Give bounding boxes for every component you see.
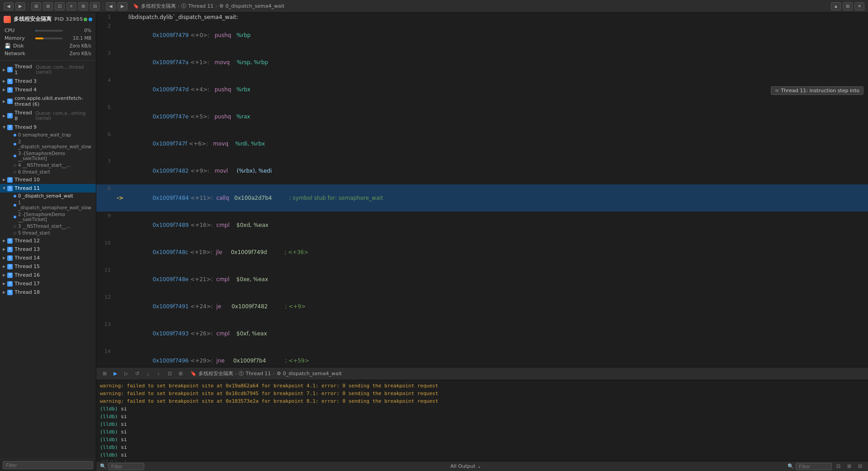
disk-icon: 💾	[5, 43, 11, 49]
operand: 0x1009f749d	[222, 249, 267, 255]
console-bc-icon: 🔖	[190, 371, 197, 377]
toolbar-btn-4[interactable]: ≡	[66, 2, 76, 10]
toolbar-btn-nav-fwd[interactable]: ▶	[118, 2, 127, 10]
mnemonic: pushq	[211, 86, 231, 93]
tooltip-text: Thread 11: instruction step into	[781, 88, 859, 94]
addr: 0x1009f747f	[146, 141, 187, 147]
breadcrumb-icon: 🔖	[133, 3, 139, 9]
thread-13-header[interactable]: ▶ T Thread 13	[0, 245, 96, 254]
console-btn-3[interactable]: ▷	[122, 370, 131, 378]
code-line-10[interactable]: 10 0x1009f748c <+19>: jle 0x1009f749d ; …	[96, 239, 868, 266]
console-warning-2: warning: failed to set breakpoint site a…	[100, 390, 864, 397]
code-line-7[interactable]: 7 0x1009f7482 <+9>: movl (%rbx), %edi	[96, 157, 868, 184]
line-num-11: 11	[96, 266, 114, 293]
console-icon-btn-1[interactable]: ⊡	[834, 462, 843, 471]
thread-10-header[interactable]: ▶ T Thread 10	[0, 175, 96, 184]
thread-11-frame-5[interactable]: 5 thread_start	[0, 230, 96, 236]
thread-9-frame-6[interactable]: 6 thread_start	[0, 169, 96, 175]
thread-4-header[interactable]: ▶ T Thread 4	[0, 85, 96, 94]
toolbar-btn-3[interactable]: ⊡	[55, 2, 65, 10]
thread-14-label: Thread 14	[14, 255, 40, 261]
code-line-3[interactable]: 3 0x1009f747a <+1>: movq %rsp, %rbp	[96, 49, 868, 76]
toolbar-btn-6[interactable]: ⊟	[90, 2, 100, 10]
thread-com-header[interactable]: ▶ T com.apple.uikit.eventfetch-thread (6…	[0, 94, 96, 108]
console-icon-btn-2[interactable]: ⊞	[844, 462, 854, 471]
console-filter-input[interactable]	[108, 463, 144, 470]
cmd: si	[118, 452, 127, 458]
toolbar-btn-nav-back[interactable]: ◀	[106, 2, 116, 10]
code-line-8[interactable]: 8 -> 0x1009f7484 <+11>: callq 0x100a2d7b…	[96, 184, 868, 212]
code-line-14[interactable]: 14 0x1009f7496 <+29>: jne 0x1009f7b4 ; <…	[96, 347, 868, 367]
console-btn-6[interactable]: ⊡	[165, 370, 174, 378]
thread-9-frame-2[interactable]: 2 _dispatch_semaphore_wait_slow	[0, 138, 96, 150]
console-btn-step-in[interactable]: ↓	[143, 370, 152, 378]
prompt: (lldb)	[100, 406, 118, 412]
thread-18-header[interactable]: ▶ T Thread 18	[0, 288, 96, 297]
thread-com-icon: T	[7, 99, 13, 104]
thread-8-icon: T	[7, 113, 13, 118]
console-icon-btn-3[interactable]: ⊟	[855, 462, 864, 471]
thread-9-frame-4[interactable]: 4 __NSThread_start__...	[0, 162, 96, 169]
code-line-4[interactable]: 4 0x1009f747d <+4>: pushq %rbx	[96, 76, 868, 103]
console-btn-step-over[interactable]: ↺	[132, 370, 142, 378]
thread-9-frame-3[interactable]: 3 -[SemaphoreDemo __saleTicket]	[0, 150, 96, 162]
thread-11-frame-0[interactable]: 0 _dispatch_sema4_wait	[0, 193, 96, 199]
thread-15-icon: T	[7, 264, 13, 269]
code-line-9[interactable]: 9 0x1009f7489 <+16>: cmpl $0xd, %eax	[96, 212, 868, 239]
toolbar-btn-back[interactable]: ◀	[4, 2, 14, 10]
status-dots	[84, 18, 92, 21]
thread-17-header[interactable]: ▶ T Thread 17	[0, 279, 96, 288]
console-btn-step-out[interactable]: ↑	[154, 370, 163, 378]
mnemonic: jne	[215, 358, 225, 364]
line-num-5: 5	[96, 103, 114, 130]
code-line-13[interactable]: 13 0x1009f7493 <+26>: cmpl $0xf, %eax	[96, 320, 868, 347]
console-bc-sep1: ›	[235, 371, 237, 377]
operand: (%rbx), %edi	[230, 168, 272, 174]
toolbar-btn-5[interactable]: ⊞	[78, 2, 88, 10]
thread-1-header[interactable]: ▶ T Thread 1 Queue: com....thread (seria…	[0, 62, 96, 77]
thread-11-frame-3[interactable]: 3 __NSThread_start__...	[0, 223, 96, 230]
filter-right-icon: 🔍	[788, 463, 794, 469]
code-line-6[interactable]: 6 0x1009f747f <+6>: movq %rdi, %rbx	[96, 130, 868, 157]
code-line-12[interactable]: 12 0x1009f7491 <+24>: je 0x1009f7482 ; <…	[96, 293, 868, 320]
thread-3-header[interactable]: ▶ T Thread 3	[0, 77, 96, 85]
triangle-9-icon: ▼	[3, 125, 5, 129]
breadcrumb-thread-icon: ⓣ	[181, 3, 186, 9]
code-line-11[interactable]: 11 0x1009f748e <+21>: cmpl $0xe, %eax	[96, 266, 868, 293]
thread-11-frame-1[interactable]: 1 _dispatch_semaphore_wait_slow	[0, 199, 96, 211]
thread-16-header[interactable]: ▶ T Thread 16	[0, 271, 96, 279]
thread-group-4: ▶ T Thread 4	[0, 85, 96, 94]
console-btn-2[interactable]: ▶	[111, 370, 120, 378]
operand: 0x1009f7482	[221, 303, 268, 310]
breadcrumb-func-icon: ⚙	[219, 3, 224, 9]
thread-9-frame-0[interactable]: 0 semaphore_wait_trap	[0, 132, 96, 138]
code-line-5[interactable]: 5 0x1009f747e <+5>: pushq %rax	[96, 103, 868, 130]
code-content-11: 0x1009f748e <+21>: cmpl $0xe, %eax	[126, 266, 868, 293]
frame-label: 5 thread_start	[18, 231, 50, 236]
toolbar-btn-2[interactable]: ⊞	[43, 2, 53, 10]
offset: <+5>:	[189, 113, 209, 120]
dot-active	[14, 195, 16, 198]
console-btn-7[interactable]: ⊞	[176, 370, 185, 378]
toolbar-status-btn[interactable]: ▲	[831, 2, 841, 10]
sidebar-filter-input[interactable]	[3, 461, 93, 469]
console-btn-1[interactable]: ⊞	[100, 370, 109, 378]
thread-8-header[interactable]: ▶ T Thread 8 Queue: com.a...oming (seria…	[0, 108, 96, 123]
thread-11-header[interactable]: ▼ T Thread 11	[0, 184, 96, 193]
offset: <+19>:	[188, 249, 212, 255]
toolbar-btn-fwd[interactable]: ▶	[15, 2, 25, 10]
toolbar-layout-btn[interactable]: ⊞	[843, 2, 853, 10]
thread-11-frame-2[interactable]: 2 -[SemaphoreDemo __saleTicket]	[0, 211, 96, 223]
frame-label: 2 -[SemaphoreDemo __saleTicket]	[18, 212, 92, 222]
thread-15-header[interactable]: ▶ T Thread 15	[0, 262, 96, 271]
addr: 0x1009f7493	[146, 330, 189, 337]
thread-12-header[interactable]: ▶ T Thread 12	[0, 236, 96, 245]
code-content-7: 0x1009f7482 <+9>: movl (%rbx), %edi	[126, 157, 868, 184]
console-filter-right-input[interactable]	[796, 463, 832, 470]
toolbar-btn-1[interactable]: ⊞	[31, 2, 41, 10]
toolbar-close-btn[interactable]: ✕	[854, 2, 864, 10]
thread-9-header[interactable]: ▼ T Thread 9	[0, 123, 96, 132]
thread-14-header[interactable]: ▶ T Thread 14	[0, 254, 96, 262]
code-line-2[interactable]: 2 0x1009f7479 <+0>: pushq %rbp	[96, 22, 868, 49]
mnemonic: cmpl	[215, 222, 230, 228]
